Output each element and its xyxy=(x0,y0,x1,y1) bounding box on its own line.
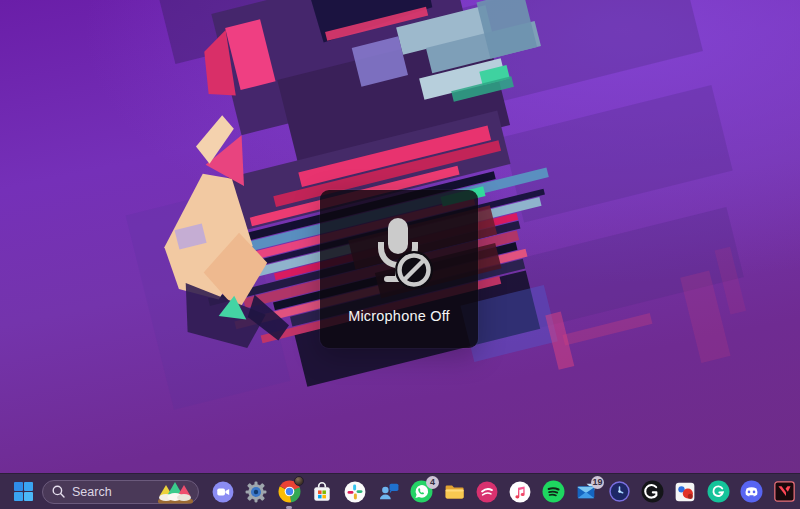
taskbar-app-itunes[interactable] xyxy=(508,478,532,506)
logitech-g-icon xyxy=(641,480,664,503)
taskbar-app-clock[interactable] xyxy=(607,478,631,506)
taskbar-app-chat[interactable] xyxy=(376,478,400,506)
taskbar-app-discord[interactable] xyxy=(739,478,763,506)
chrome-profile-avatar xyxy=(294,476,304,486)
notification-badge: 19 xyxy=(591,476,604,489)
taskbar-app-video-call[interactable] xyxy=(211,478,235,506)
notification-badge: 4 xyxy=(426,476,439,489)
running-indicator xyxy=(286,506,292,509)
clock-icon xyxy=(609,481,630,502)
photo-blob-icon xyxy=(674,481,696,503)
taskbar-app-spotify[interactable] xyxy=(541,478,565,506)
taskbar-app-chrome[interactable] xyxy=(277,478,301,506)
desktop: Microphone Off Search xyxy=(0,0,800,509)
osd-label: Microphone Off xyxy=(348,308,450,324)
taskbar-app-settings[interactable] xyxy=(244,478,268,506)
video-camera-icon xyxy=(212,481,234,503)
music-note-icon xyxy=(509,481,531,503)
microphone-osd: Microphone Off xyxy=(320,190,478,348)
holi-bowls-image xyxy=(155,478,195,506)
taskbar-app-music-pink[interactable] xyxy=(475,478,499,506)
taskbar-app-whatsapp[interactable]: 4 xyxy=(409,478,433,506)
store-bag-icon xyxy=(311,481,333,503)
valorant-v-icon xyxy=(774,481,795,502)
taskbar-apps: 4 xyxy=(211,478,796,506)
taskbar: Search xyxy=(0,473,800,509)
windows-start-icon xyxy=(14,482,33,501)
taskbar-app-file-explorer[interactable] xyxy=(442,478,466,506)
taskbar-app-grammarly[interactable] xyxy=(706,478,730,506)
slack-pinwheel-icon xyxy=(344,481,366,503)
pink-circle-swoosh-icon xyxy=(476,481,498,503)
folder-icon xyxy=(443,480,466,503)
search-box[interactable]: Search xyxy=(42,480,199,504)
taskbar-app-microsoft-store[interactable] xyxy=(310,478,334,506)
taskbar-app-logitech-ghub[interactable] xyxy=(640,478,664,506)
spotify-icon xyxy=(542,480,565,503)
search-placeholder: Search xyxy=(72,485,112,499)
taskbar-app-mail[interactable]: 19 xyxy=(574,478,598,506)
start-button[interactable] xyxy=(6,477,40,507)
taskbar-app-slack[interactable] xyxy=(343,478,367,506)
search-icon xyxy=(52,485,65,498)
microphone-muted-icon xyxy=(360,208,438,304)
taskbar-app-valorant[interactable] xyxy=(772,478,796,506)
gear-icon xyxy=(245,481,267,503)
taskbar-app-photos[interactable] xyxy=(673,478,697,506)
person-chat-bubble-icon xyxy=(377,480,400,503)
discord-icon xyxy=(740,480,763,503)
grammarly-g-icon xyxy=(707,480,730,503)
